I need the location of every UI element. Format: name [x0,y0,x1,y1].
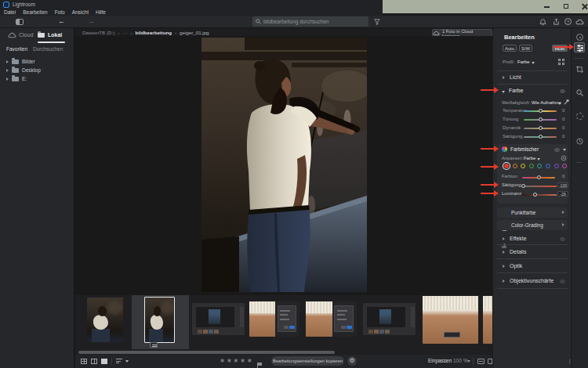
slider-value-box[interactable]: -29 [557,191,568,197]
color-dot-6[interactable] [554,164,559,168]
chevron-down-icon[interactable] [502,91,505,93]
photo-violinist[interactable] [201,38,367,292]
notifications-bell-icon[interactable] [539,18,546,26]
filmstrip-thumb-7[interactable] [423,296,478,344]
zoom-fit-label[interactable]: Einpassen [428,358,452,363]
targeted-adjustment-icon[interactable] [561,155,567,161]
sidebar-item-desktop[interactable]: Desktop [6,67,41,73]
slider-handle[interactable] [537,175,541,179]
visibility-eye-icon[interactable] [560,279,565,284]
auto-button[interactable]: Auto [503,45,517,52]
filmstrip-thumb-1[interactable] [87,298,123,342]
crop-tool-icon[interactable] [576,66,583,73]
slider-value[interactable]: 0 [562,108,564,113]
visibility-eye-icon[interactable] [560,88,565,94]
breadcrumb-folder[interactable]: bildbearbeitung [136,30,172,35]
masking-tool-icon[interactable] [576,113,583,120]
section-details[interactable]: Details [510,249,526,254]
star-icon[interactable]: ★ [240,357,247,364]
visibility-eye-icon[interactable] [560,236,565,242]
star-icon[interactable]: ★ [247,357,254,364]
profile-value[interactable]: Farbe [517,60,530,64]
section-effekte[interactable]: Effekte [510,236,527,241]
settings-gear-button[interactable]: ⚙ [347,356,357,366]
window-close-button[interactable] [581,3,587,9]
chevron-right-icon[interactable] [503,76,505,79]
tab-lokal[interactable]: Lokal [48,32,62,38]
sort-icon[interactable] [116,359,122,363]
help-icon[interactable]: ? [564,18,572,25]
subtab-durchsuchen[interactable]: Durchsuchen [33,46,63,52]
share-icon[interactable] [553,18,560,26]
star-rating[interactable]: ★★★★★ [220,357,253,364]
slider-handle[interactable] [539,135,543,139]
mixer-saettigung-slider[interactable] [522,186,557,187]
section-farbe[interactable]: Farbe [509,88,523,93]
color-dot-0[interactable] [504,164,509,168]
slider-value[interactable]: 0 [562,117,564,121]
section-optik[interactable]: Optik [510,263,522,269]
punktfarbe-label[interactable]: Punktfarbe [511,210,535,215]
presets-icon[interactable] [576,34,583,41]
color-dot-1[interactable] [513,164,517,168]
chevron-right-icon[interactable] [503,265,505,268]
menu-hilfe[interactable]: Hilfe [96,9,106,15]
colorgrading-label[interactable]: Color-Grading [511,222,543,228]
profile-browser-icon[interactable] [558,59,564,65]
section-objektivunschaerfe[interactable]: Objektivunschärfe [510,278,554,283]
sidebar-item-e-drive[interactable]: E: [6,76,27,81]
slider-value[interactable]: 0 [562,134,564,139]
slider-handle[interactable] [539,126,543,130]
cloud-sync-icon[interactable] [575,19,584,25]
filmstrip-thumb-6[interactable] [363,303,416,335]
chevron-right-icon[interactable] [503,280,505,283]
star-icon[interactable]: ★ [220,357,227,364]
sidebar-item-bilder[interactable]: Bilder [6,59,35,64]
filter-icon[interactable] [374,19,380,25]
filmstrip-thumb-4[interactable] [249,301,299,337]
visibility-eye-icon[interactable] [554,147,560,153]
anpassen-value[interactable]: Farbe [524,156,535,161]
keyboard-shortcuts-icon[interactable] [477,359,485,364]
versions-clock-icon[interactable] [576,138,583,145]
menu-ansicht[interactable]: Ansicht [72,9,89,15]
filmstrip-thumb-2-selected[interactable] [144,297,175,343]
back-button[interactable]: ← [58,18,65,25]
chevron-down-icon[interactable] [558,103,561,105]
healing-tool-icon[interactable] [576,89,583,96]
detail-view-icon[interactable] [101,359,107,364]
compare-view-icon[interactable] [91,359,97,364]
bw-button[interactable]: S/W [519,45,532,52]
slider-value-box[interactable]: -100 [557,182,568,188]
color-dot-5[interactable] [546,164,550,168]
menu-foto[interactable]: Foto [55,9,65,15]
chevron-down-icon[interactable] [563,149,566,151]
wb-value[interactable]: Wie Aufnahme [532,100,561,105]
zoom-level[interactable]: 100 % [453,358,467,363]
luminanz-slider[interactable] [522,194,557,196]
window-maximize-button[interactable] [564,4,568,9]
filmstrip-scrollbar-thumb[interactable] [78,351,335,354]
filmstrip-thumb-5[interactable] [306,301,357,337]
menu-bearbeiten[interactable]: Bearbeiten [23,9,47,15]
section-licht[interactable]: Licht [510,74,521,80]
subtab-favoriten[interactable]: Favoriten [6,46,27,52]
chevron-right-icon[interactable] [562,211,564,214]
filmstrip-thumb-3[interactable] [192,303,245,335]
grid-view-icon[interactable] [81,359,87,364]
flag-pick-icon[interactable] [257,363,262,368]
eyedropper-icon[interactable] [564,99,569,105]
chevron-down-icon[interactable] [537,158,540,161]
chevron-down-icon[interactable] [467,360,470,363]
slider-handle[interactable] [539,117,543,121]
window-minimize-button[interactable] [544,6,550,8]
copy-edit-settings-button[interactable]: Bearbeitungseinstellungen kopieren [271,356,344,366]
slider-value[interactable]: 0 [562,125,564,130]
breadcrumb-ellipsis[interactable]: ··· [122,30,127,35]
chevron-right-icon[interactable] [503,237,505,240]
chevron-down-icon[interactable] [532,62,535,64]
filmstrip-thumb-8[interactable] [483,296,492,344]
slider-handle[interactable] [539,109,543,113]
chevron-right-icon[interactable] [562,223,564,226]
star-icon[interactable]: ★ [233,357,240,364]
